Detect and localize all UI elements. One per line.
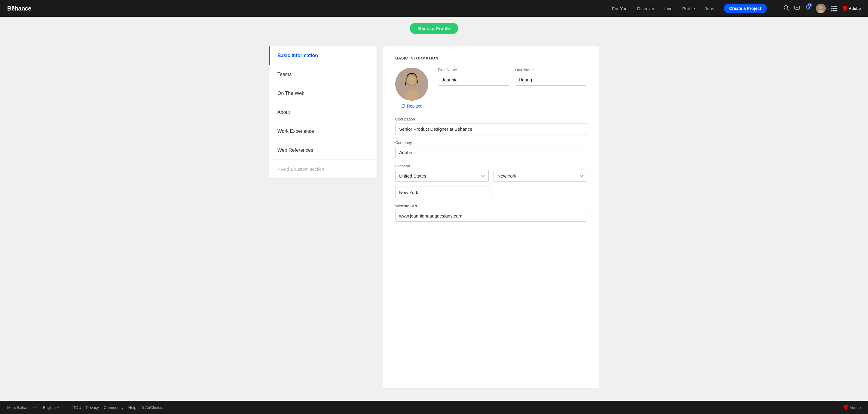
replace-avatar-button[interactable]: Replace (401, 104, 422, 108)
sidebar-item-basic-information[interactable]: Basic Information (269, 46, 377, 65)
create-project-button[interactable]: Create a Project (724, 4, 767, 13)
messages-icon[interactable] (794, 5, 800, 12)
adobe-logo: Adobe (842, 6, 861, 11)
sidebar-item-web-references[interactable]: Web References (269, 141, 377, 160)
behance-logo[interactable]: Bēhance (7, 5, 31, 12)
nav-discover[interactable]: Discover (637, 6, 655, 11)
svg-marker-9 (141, 406, 144, 409)
notification-badge: 13 (807, 3, 812, 7)
state-select[interactable]: New York (494, 170, 587, 182)
sidebar: Basic Information Teams On The Web About… (269, 46, 377, 179)
first-name-label: First Name (438, 68, 510, 72)
footer-adobe-label: Adobe (849, 405, 861, 410)
nav-jobs[interactable]: Jobs (705, 6, 714, 11)
occupation-group: Occupation (395, 117, 587, 135)
occupation-label: Occupation (395, 117, 587, 121)
company-group: Company (395, 140, 587, 158)
first-name-input[interactable] (438, 74, 510, 86)
svg-point-4 (819, 6, 823, 9)
user-avatar[interactable] (816, 4, 826, 13)
website-label: Website URL (395, 204, 587, 208)
language-dropdown[interactable]: English (43, 405, 60, 410)
city-input[interactable] (395, 187, 491, 198)
adchoices-label: AdChoices (146, 405, 164, 410)
website-input[interactable] (395, 210, 587, 222)
more-behance-label: More Behance (7, 405, 33, 410)
name-fields: First Name Last Name (438, 68, 587, 91)
country-select[interactable]: United States (395, 170, 489, 182)
website-group: Website URL (395, 204, 587, 222)
svg-point-8 (407, 75, 416, 86)
nav-profile[interactable]: Profile (682, 6, 695, 11)
occupation-input[interactable] (395, 123, 587, 135)
back-to-profile-button[interactable]: Back to Profile (410, 23, 458, 34)
main-nav: For You Discover Live Profile Jobs Creat… (612, 4, 767, 13)
nav-live[interactable]: Live (664, 6, 673, 11)
location-label: Location (395, 164, 587, 168)
replace-label: Replace (407, 104, 422, 108)
profile-avatar (395, 68, 428, 101)
language-label: English (43, 405, 56, 410)
back-bar: Back to Profile (0, 17, 868, 40)
sidebar-item-teams[interactable]: Teams (269, 65, 377, 84)
tou-link[interactable]: TOU (73, 405, 81, 410)
location-group: Location United States New York (395, 164, 587, 198)
sidebar-item-on-the-web[interactable]: On The Web (269, 84, 377, 103)
svg-line-1 (787, 9, 789, 10)
country-group: United States (395, 170, 489, 182)
name-row: First Name Last Name (438, 68, 587, 86)
form-panel: BASIC INFORMATION (383, 46, 599, 389)
state-group: New York (494, 170, 587, 182)
last-name-input[interactable] (515, 74, 587, 86)
help-link[interactable]: Help (128, 405, 136, 410)
svg-rect-2 (795, 6, 800, 9)
company-label: Company (395, 140, 587, 145)
main-header: Bēhance For You Discover Live Profile Jo… (0, 0, 868, 17)
form-section-title: BASIC INFORMATION (395, 56, 587, 60)
header-icons: 13 Adobe (783, 4, 861, 13)
search-icon[interactable] (783, 5, 789, 12)
last-name-label: Last Name (515, 68, 587, 72)
community-link[interactable]: Community (104, 405, 124, 410)
location-dropdowns-row: United States New York (395, 170, 587, 182)
privacy-link[interactable]: Privacy (86, 405, 99, 410)
last-name-group: Last Name (515, 68, 587, 86)
adchoices-link[interactable]: AdChoices (141, 405, 164, 410)
main-content: Basic Information Teams On The Web About… (0, 40, 868, 401)
footer-adobe: Adobe (843, 405, 861, 410)
apps-grid-icon[interactable] (831, 6, 837, 11)
main-footer: More Behance English TOU Privacy Communi… (0, 401, 868, 414)
avatar-section: Replace (395, 68, 428, 108)
add-custom-section-button[interactable]: + Add a custom section (269, 160, 377, 178)
first-name-group: First Name (438, 68, 510, 86)
sidebar-item-work-experience[interactable]: Work Experience (269, 122, 377, 141)
company-input[interactable] (395, 147, 587, 158)
sidebar-item-about[interactable]: About (269, 103, 377, 122)
footer-left: More Behance English TOU Privacy Communi… (7, 405, 164, 410)
form-top-row: Replace First Name Last Name (395, 68, 587, 108)
more-behance-dropdown[interactable]: More Behance (7, 405, 37, 410)
nav-for-you[interactable]: For You (612, 6, 627, 11)
footer-links: TOU Privacy Community Help AdChoices (73, 405, 164, 410)
notifications-icon[interactable]: 13 (805, 5, 811, 12)
